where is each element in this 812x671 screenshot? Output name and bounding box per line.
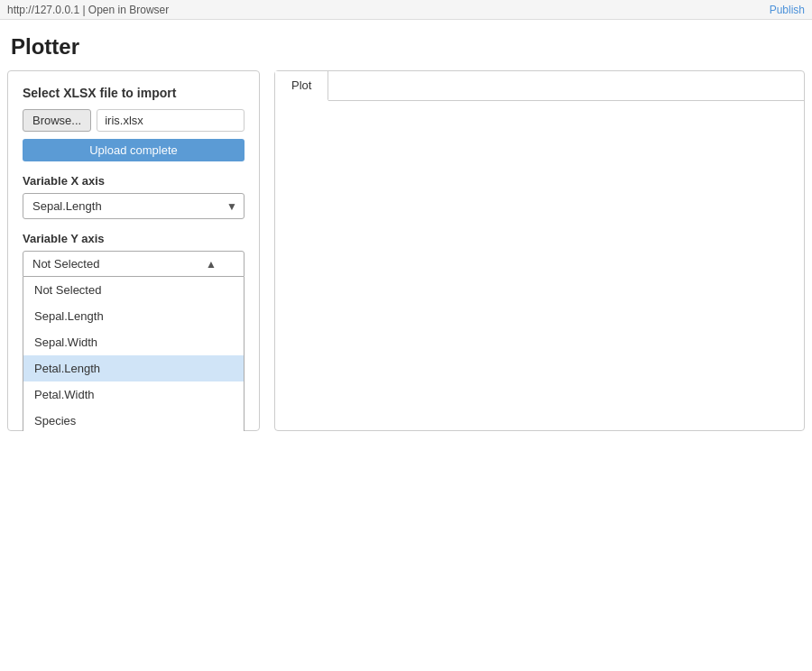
y-axis-option-petal-width[interactable]: Petal.Width	[23, 381, 244, 408]
browse-button[interactable]: Browse...	[23, 109, 91, 132]
y-axis-dropdown-list: Not Selected Sepal.Length Sepal.Width Pe…	[23, 277, 245, 431]
page-title: Plotter	[0, 20, 812, 70]
y-axis-option-sepal-width[interactable]: Sepal.Width	[23, 329, 244, 355]
y-axis-selected-value: Not Selected	[32, 257, 99, 271]
y-axis-option-not-selected[interactable]: Not Selected	[23, 277, 244, 303]
right-panel: Plot	[274, 70, 805, 431]
file-section-title: Select XLSX file to import	[23, 86, 245, 100]
top-bar: http://127.0.0.1 | Open in Browser Publi…	[0, 0, 812, 20]
upload-complete-bar: Upload complete	[23, 139, 245, 161]
y-axis-dropdown-arrow-up: ▲	[206, 258, 217, 271]
left-panel: Select XLSX file to import Browse... iri…	[7, 70, 260, 431]
y-axis-option-sepal-length[interactable]: Sepal.Length	[23, 303, 244, 329]
url-display: http://127.0.0.1 | Open in Browser	[7, 4, 169, 16]
publish-button[interactable]: Publish	[770, 4, 805, 16]
y-axis-label: Variable Y axis	[23, 232, 245, 245]
x-axis-label: Variable X axis	[23, 174, 245, 188]
x-axis-select[interactable]: Not Selected Sepal.Length Sepal.Width Pe…	[23, 193, 245, 219]
y-axis-option-species[interactable]: Species	[23, 408, 244, 431]
y-axis-trigger[interactable]: Not Selected ▲	[23, 251, 245, 277]
tab-plot[interactable]: Plot	[275, 71, 328, 101]
y-axis-option-petal-length[interactable]: Petal.Length	[23, 355, 244, 381]
plot-tab-bar: Plot	[275, 71, 804, 101]
x-axis-dropdown-wrapper: Not Selected Sepal.Length Sepal.Width Pe…	[23, 193, 245, 219]
file-row: Browse... iris.xlsx	[23, 109, 245, 132]
y-axis-dropdown-wrapper: Not Selected ▲ Not Selected Sepal.Length…	[23, 251, 245, 277]
file-name-display: iris.xlsx	[97, 109, 245, 132]
main-layout: Select XLSX file to import Browse... iri…	[0, 70, 812, 431]
